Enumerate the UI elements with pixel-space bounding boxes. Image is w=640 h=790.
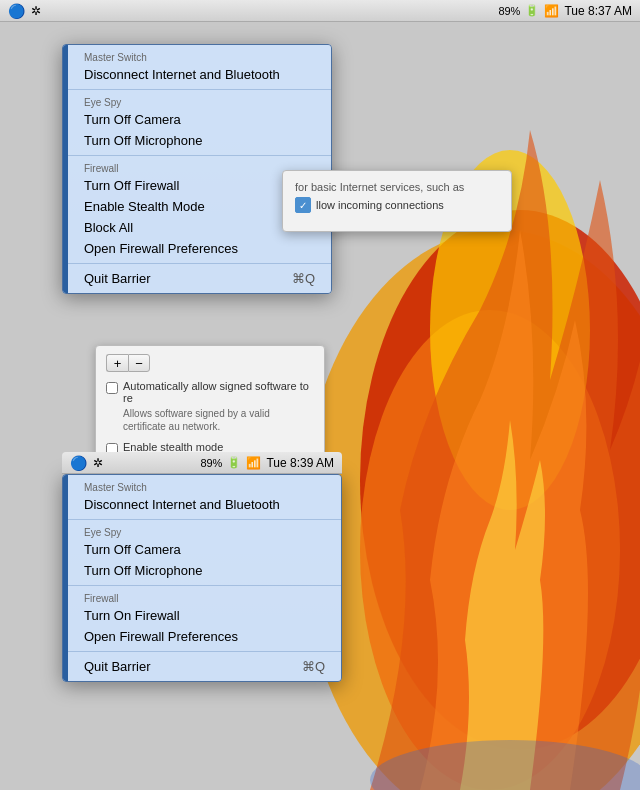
menubar-2-left: 🔵 ✲: [70, 455, 103, 471]
barrier-app-icon[interactable]: 🔵: [8, 3, 25, 19]
wifi-icon-2: 📶: [246, 456, 261, 470]
turn-off-camera-item-2[interactable]: Turn Off Camera: [68, 539, 341, 560]
turn-off-microphone-item[interactable]: Turn Off Microphone: [68, 130, 331, 151]
barrier-app-icon-2[interactable]: 🔵: [70, 455, 87, 471]
disconnect-internet-item[interactable]: Disconnect Internet and Bluetooth: [68, 64, 331, 85]
auto-allow-checkbox[interactable]: [106, 382, 118, 394]
menubar-1: 🔵 ✲ 89% 🔋 📶 Tue 8:37 AM: [0, 0, 640, 22]
battery-icon: 🔋: [525, 4, 539, 17]
menubar-left-icons: 🔵 ✲: [8, 3, 41, 19]
quit-section-2: Quit Barrier ⌘Q: [68, 652, 341, 681]
open-firewall-prefs-item[interactable]: Open Firewall Preferences: [68, 238, 331, 259]
menu-2-accent-bar: [63, 475, 68, 681]
allow-checkbox[interactable]: ✓: [295, 197, 311, 213]
add-remove-button-row: + −: [106, 354, 314, 372]
firewall-detail-panel: for basic Internet services, such as ✓ l…: [282, 170, 512, 232]
dropdown-menu-2: Master Switch Disconnect Internet and Bl…: [62, 474, 342, 682]
quit-section: Quit Barrier ⌘Q: [68, 264, 331, 293]
quit-barrier-item-2[interactable]: Quit Barrier ⌘Q: [68, 656, 341, 677]
firewall-label-2: Firewall: [68, 590, 341, 605]
battery-icon-2: 🔋: [227, 456, 241, 469]
menubar-2-status: 89% 🔋 📶 Tue 8:39 AM: [200, 456, 334, 470]
auto-allow-row: Automatically allow signed software to r…: [106, 380, 314, 404]
master-switch-section: Master Switch Disconnect Internet and Bl…: [68, 45, 331, 90]
menubar-status-icons: 89% 🔋 📶 Tue 8:37 AM: [498, 4, 632, 18]
auto-allow-subtext: Allows software signed by a valid certif…: [123, 407, 314, 433]
allow-connections-row[interactable]: ✓ llow incoming connections: [295, 197, 499, 213]
allow-connections-label: llow incoming connections: [316, 199, 444, 211]
disconnect-internet-item-2[interactable]: Disconnect Internet and Bluetooth: [68, 494, 341, 515]
eye-spy-label: Eye Spy: [68, 94, 331, 109]
menu-accent-bar: [63, 45, 68, 293]
quit-barrier-item[interactable]: Quit Barrier ⌘Q: [68, 268, 331, 289]
menubar-2: 🔵 ✲ 89% 🔋 📶 Tue 8:39 AM: [62, 452, 342, 474]
wifi-icon: 📶: [544, 4, 559, 18]
eye-spy-label-2: Eye Spy: [68, 524, 341, 539]
master-switch-section-2: Master Switch Disconnect Internet and Bl…: [68, 475, 341, 520]
dropdown-menu-1: Master Switch Disconnect Internet and Bl…: [62, 44, 332, 294]
bluetooth-icon-2: ✲: [93, 456, 103, 470]
firewall-desc-text: for basic Internet services, such as: [295, 181, 499, 193]
turn-on-firewall-item[interactable]: Turn On Firewall: [68, 605, 341, 626]
open-firewall-prefs-item-2[interactable]: Open Firewall Preferences: [68, 626, 341, 647]
battery-percentage-2: 89%: [200, 457, 222, 469]
master-switch-label: Master Switch: [68, 49, 331, 64]
battery-percentage: 89%: [498, 5, 520, 17]
eye-spy-section: Eye Spy Turn Off Camera Turn Off Microph…: [68, 90, 331, 156]
firewall-section-2: Firewall Turn On Firewall Open Firewall …: [68, 586, 341, 652]
auto-allow-label: Automatically allow signed software to r…: [123, 380, 314, 404]
eye-spy-section-2: Eye Spy Turn Off Camera Turn Off Microph…: [68, 520, 341, 586]
turn-off-microphone-item-2[interactable]: Turn Off Microphone: [68, 560, 341, 581]
remove-button[interactable]: −: [128, 354, 150, 372]
master-switch-label-2: Master Switch: [68, 479, 341, 494]
turn-off-camera-item[interactable]: Turn Off Camera: [68, 109, 331, 130]
bluetooth-icon: ✲: [31, 4, 41, 18]
menubar-time: Tue 8:37 AM: [564, 4, 632, 18]
add-button[interactable]: +: [106, 354, 128, 372]
menubar-time-2: Tue 8:39 AM: [266, 456, 334, 470]
